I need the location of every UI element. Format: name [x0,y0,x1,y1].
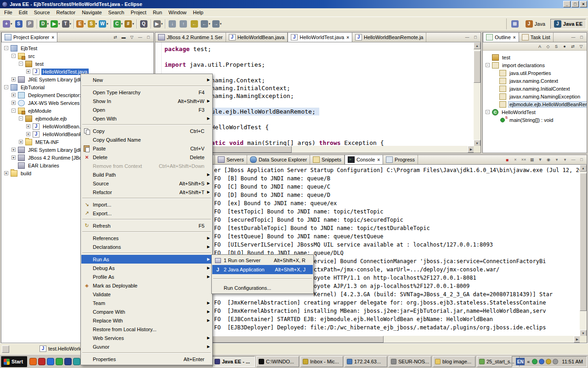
task-blog-images[interactable]: blog image... [433,356,475,367]
expander-icon[interactable]: - [486,63,490,67]
menu-item-copy-qualified-name[interactable]: Copy Qualified Name [81,135,212,144]
toolbar-button[interactable] [135,18,138,29]
context-menu-item[interactable] [81,218,212,221]
javaee-perspective-button[interactable]: J Java EE [550,19,586,29]
maximize-window-button[interactable]: □ [571,1,579,7]
toolbar-button[interactable] [109,18,113,29]
fast-view-button[interactable] [2,345,9,353]
context-menu-item[interactable] [81,84,212,88]
console-vertical-scrollbar[interactable]: ▲ ▼ [580,165,587,337]
menu-item-paste[interactable]: Paste Ctrl+V [81,144,212,153]
language-indicator[interactable]: EN [516,358,525,365]
minimize-view-icon[interactable]: — [463,34,471,41]
toolbar-button[interactable] [164,18,167,29]
menu-item-refactor[interactable]: Refactor Alt+Shift+T ▶ [81,188,212,196]
tab-jboss-runtime[interactable]: JBoss 4.2 Runtime 1 Ser [155,33,226,42]
menu-item-import[interactable]: Import... [81,200,212,209]
expander-icon[interactable]: + [26,132,30,136]
maximize-view-icon[interactable]: □ [471,34,480,41]
outline-item[interactable]: java.util.Properties [483,69,587,77]
display-selected-console-icon[interactable]: ▾ [553,156,561,163]
maximize-view-icon[interactable]: □ [577,156,586,163]
minimize-view-icon[interactable]: — [569,34,577,41]
menu-item-run-as[interactable]: Run As ▶ [81,255,212,264]
expander-icon[interactable]: + [19,140,23,144]
toolbar-button[interactable] [149,18,153,29]
maximize-view-icon[interactable]: □ [144,34,153,41]
scroll-up-icon[interactable]: ▲ [474,42,481,49]
debug-button[interactable]: D ▾ [39,18,50,29]
tab-progress[interactable]: Progress [383,155,418,164]
scroll-up-icon[interactable]: ▲ [580,165,587,172]
new-package-button[interactable]: # ▾ [124,18,135,29]
expander-icon[interactable]: - [4,85,8,89]
new-class-button[interactable]: C ▾ [113,18,124,29]
tab-data-source-explorer[interactable]: Data Source Explorer [247,155,310,164]
view-menu-icon[interactable]: ▽ [577,43,585,50]
menu-item[interactable]: Run [150,9,165,16]
outline-item[interactable]: javax.naming.NamingException [483,92,587,100]
maximize-view-icon[interactable]: □ [577,34,586,41]
tray-icon-1[interactable] [532,359,537,364]
task-eclipse[interactable]: Java EE - ... [212,356,255,367]
new-web-service-button[interactable]: W ▾ [98,18,109,29]
context-menu-item[interactable] [81,123,212,126]
expander-icon[interactable]: + [11,148,16,152]
minimize-window-button[interactable]: _ [563,1,571,7]
close-tab-icon[interactable]: × [346,35,349,40]
last-edit-location-button[interactable]: ← [189,18,200,29]
close-view-icon[interactable]: × [51,35,54,40]
remove-launch-icon[interactable]: × [511,156,520,163]
menu-item-references[interactable]: References ▶ [81,234,212,242]
clear-console-icon[interactable]: ▦ [528,156,536,163]
remove-all-launches-icon[interactable]: ×× [520,156,528,163]
hide-fields-icon[interactable]: ◇ [544,43,552,50]
open-perspective-button[interactable]: ⊞ [509,18,520,29]
menu-item-remove-from-context[interactable]: Remove from Context Ctrl+Alt+Shift+Down [81,161,212,170]
tab-project-explorer[interactable]: Project Explorer × [1,33,57,42]
scrollbar-thumb[interactable] [474,51,481,83]
quick-launch-icon-2[interactable] [38,358,45,365]
scroll-lock-icon[interactable]: ▼ [536,156,544,163]
menu-item-team[interactable]: Team ▶ [81,299,212,307]
link-with-editor-icon[interactable]: ⇄ [111,34,119,41]
previous-annotation-button[interactable]: ↑ [178,18,189,29]
submenu-item-java-application[interactable]: 2 Java Application Alt+Shift+X, J [212,265,313,274]
new-ejb-button[interactable]: E ▾ [75,18,87,29]
save-button[interactable]: S [13,18,24,29]
outline-item[interactable]: javax.naming.Context [483,77,587,85]
java-perspective-button[interactable]: J Java [522,19,549,29]
quick-launch-icon-5[interactable] [64,358,72,365]
tray-chevron-icon[interactable]: « [527,359,530,364]
tray-icon-2[interactable] [539,359,544,364]
expander-icon[interactable]: + [11,77,16,81]
menu-item-web-services[interactable]: Web Services ▶ [81,334,212,342]
tab-snippets[interactable]: Snippets [310,155,345,164]
context-menu-item[interactable] [81,251,212,255]
menu-item-properties[interactable]: Properties Alt+Enter [81,355,212,363]
expander-icon[interactable]: + [26,124,30,128]
link-with-editor-icon[interactable]: ⇄ [569,43,577,50]
quick-launch-icon-3[interactable] [47,358,54,365]
menu-item-restore-from-local-history[interactable]: Restore from Local History... [81,325,212,334]
context-menu-item[interactable] [81,196,212,200]
menu-item[interactable]: Source [31,9,53,16]
expander-icon[interactable]: - [19,116,23,121]
menu-item[interactable]: Help [190,9,207,16]
editor-vertical-scrollbar[interactable]: ▲ ▼ [474,42,481,147]
open-console-icon[interactable]: ▾ [561,156,569,163]
new-wizard-button[interactable]: + ▾ [2,18,13,29]
scrollbar-thumb[interactable] [580,173,587,311]
menu-item-open-with[interactable]: Open With ▶ [81,114,212,123]
menu-item-open-type-hierarchy[interactable]: Open Type Hierarchy F4 [81,88,212,97]
expander-icon[interactable]: - [4,46,8,50]
tree-item[interactable]: - test [1,60,153,68]
forward-button[interactable]: → ▾ [211,18,223,29]
expander-icon[interactable]: - [11,54,16,58]
hide-static-members-icon[interactable]: S [552,43,560,50]
menu-item-declarations[interactable]: Declarations ▶ [81,242,212,251]
menu-item-copy[interactable]: Copy Ctrl+C [81,126,212,135]
menu-item-compare-with[interactable]: Compare With ▶ [81,307,212,316]
tab-outline[interactable]: Outline × [483,33,519,42]
menu-item-debug-as[interactable]: Debug As ▶ [81,264,212,272]
